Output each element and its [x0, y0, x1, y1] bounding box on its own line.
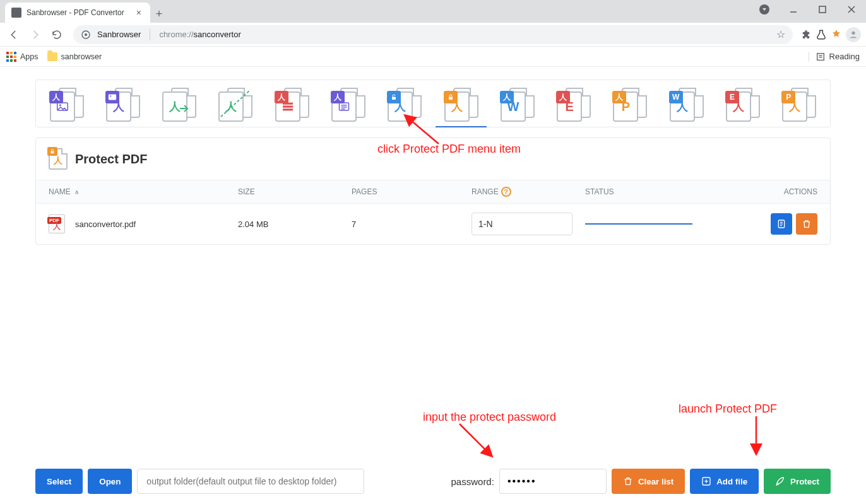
cell-size: 2.04 MB [238, 220, 268, 229]
select-button[interactable]: Select [35, 469, 83, 494]
bookmark-star-icon[interactable]: ☆ [776, 28, 785, 40]
tool-merge-pdf[interactable]: 人 [264, 79, 320, 127]
clear-list-button[interactable]: Clear list [612, 469, 685, 494]
bookmark-sanbrowser[interactable]: sanbrowser [47, 52, 102, 61]
tool-extract-text[interactable]: 人 [320, 79, 376, 127]
table-header: NAME∧ SIZE PAGES RANGE? STATUS ACTIONS [36, 180, 830, 204]
tool-pdf-to-image[interactable]: 人 [39, 79, 95, 127]
tool-pdf-to-excel[interactable]: E人 [715, 79, 771, 127]
nav-forward-button[interactable] [27, 26, 44, 44]
tool-unlock-pdf[interactable]: 人 [377, 79, 433, 127]
add-file-button[interactable]: Add file [690, 469, 759, 494]
tool-pdf-to-word[interactable]: 人W [489, 79, 545, 127]
browser-chrome: Sanbrowser - PDF Convertor × + Sanbrowse… [0, 0, 866, 67]
window-maximize-button[interactable] [808, 0, 837, 19]
window-minimize-button[interactable] [779, 0, 808, 19]
column-size[interactable]: SIZE [238, 187, 255, 196]
tool-protect-pdf[interactable]: 人 [433, 79, 489, 127]
protect-pdf-panel: 人 Protect PDF NAME∧ SIZE PAGES RANGE? ST… [35, 138, 831, 245]
pdf-file-icon: 人 [49, 214, 65, 233]
open-button[interactable]: Open [88, 469, 132, 494]
annotation-2: input the protect password [423, 411, 556, 424]
cell-pages: 7 [352, 220, 356, 229]
site-info-icon[interactable] [81, 30, 91, 40]
protect-button[interactable]: Protect [764, 469, 831, 494]
puzzle-orange-icon[interactable] [831, 29, 842, 40]
column-pages[interactable]: PAGES [352, 187, 377, 196]
reload-button[interactable] [48, 26, 66, 44]
reading-list-icon [816, 52, 826, 62]
reading-list-button[interactable]: Reading [809, 52, 860, 62]
page-content: 人 人 人 人 人 人 人 人 人W 人E 人P W人 E人 P人 人 [0, 67, 866, 245]
tool-word-to-pdf[interactable]: 人E [546, 79, 602, 127]
plus-icon [701, 476, 711, 486]
svg-rect-17 [283, 108, 293, 110]
svg-point-6 [851, 31, 855, 34]
profile-avatar-icon[interactable] [846, 27, 861, 42]
tool-rotate-pdf[interactable]: 人 [208, 79, 264, 127]
tool-pdf-to-ppt[interactable]: 人P [602, 79, 658, 127]
extensions-icon[interactable] [800, 29, 812, 40]
table-row: 人 sanconvertor.pdf 2.04 MB 7 [36, 204, 830, 244]
help-icon[interactable]: ? [501, 187, 511, 197]
address-bar[interactable]: Sanbrowser chrome://sanconvertor ☆ [73, 25, 793, 44]
column-name[interactable]: NAME [49, 187, 71, 196]
tab-title: Sanbrowser - PDF Convertor [27, 8, 129, 17]
tool-split-pdf[interactable]: 人 [151, 79, 208, 127]
password-label: password: [451, 476, 494, 487]
tool-strip: 人 人 人 人 人 人 人 人 人W 人E 人P W人 E人 P人 [35, 79, 831, 127]
panel-title: Protect PDF [75, 152, 147, 167]
incognito-indicator-icon[interactable] [750, 0, 779, 19]
svg-rect-16 [283, 105, 293, 107]
apps-shortcut[interactable]: Apps [6, 52, 39, 62]
range-input[interactable] [472, 213, 572, 235]
output-folder-input[interactable] [137, 469, 364, 494]
column-status[interactable]: STATUS [585, 187, 614, 196]
address-host: Sanbrowser [97, 30, 141, 39]
svg-point-11 [59, 104, 61, 106]
browser-tab[interactable]: Sanbrowser - PDF Convertor × [5, 3, 150, 23]
svg-rect-1 [819, 6, 826, 13]
annotation-3: launch Protect PDF [679, 402, 777, 416]
nav-back-button[interactable] [5, 26, 23, 44]
row-preview-button[interactable] [771, 213, 792, 235]
password-input[interactable] [499, 469, 607, 494]
svg-line-30 [460, 424, 491, 455]
tool-excel-to-pdf[interactable]: P人 [771, 79, 827, 127]
window-close-button[interactable] [837, 0, 866, 19]
trash-icon [623, 476, 633, 486]
panel-icon: 人 [49, 148, 68, 170]
tab-favicon-icon [11, 8, 21, 18]
row-delete-button[interactable] [796, 213, 817, 235]
folder-icon [47, 52, 57, 61]
lab-icon[interactable] [816, 29, 827, 40]
tool-image-to-pdf[interactable]: 人 [95, 79, 151, 127]
column-actions: ACTIONS [784, 187, 817, 196]
svg-line-14 [221, 90, 250, 117]
apps-grid-icon [6, 52, 16, 62]
svg-point-5 [85, 33, 87, 36]
tool-ppt-to-pdf[interactable]: W人 [658, 79, 715, 127]
progress-bar [585, 223, 692, 225]
footer-bar: Select Open password: Clear list Add fil… [0, 459, 866, 504]
close-icon[interactable]: × [134, 8, 144, 18]
new-tab-button[interactable]: + [150, 5, 168, 23]
rocket-icon [775, 476, 785, 486]
cell-name: sanconvertor.pdf [75, 220, 136, 229]
address-path: chrome://sanconvertor [159, 30, 240, 39]
column-range[interactable]: RANGE [472, 187, 499, 196]
svg-rect-15 [283, 103, 293, 105]
sort-asc-icon[interactable]: ∧ [74, 189, 79, 196]
